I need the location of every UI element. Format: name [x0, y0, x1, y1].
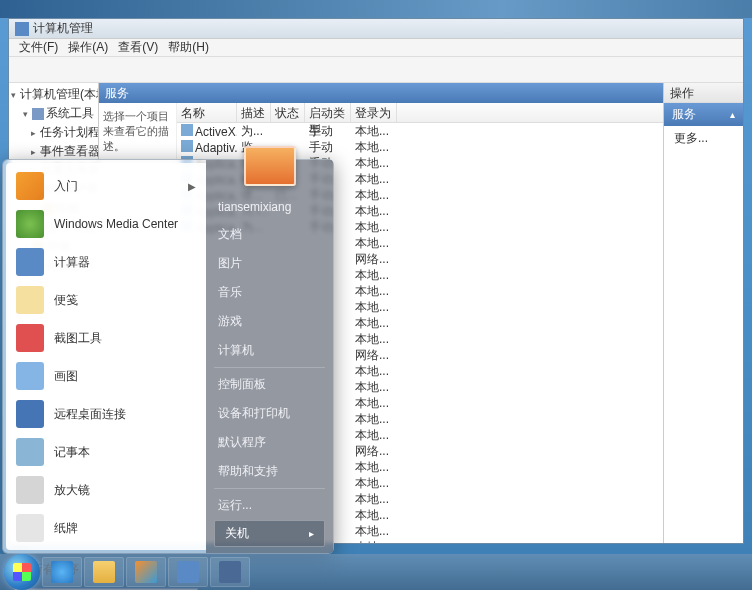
- start-notepad[interactable]: 记事本: [8, 433, 204, 471]
- expand-icon[interactable]: ▸: [31, 147, 36, 156]
- start-button[interactable]: [4, 554, 40, 590]
- start-left-pane: 入门▶ Windows Media Center 计算器 便笺 截图工具 画图 …: [6, 163, 206, 550]
- tools-icon: [32, 108, 44, 120]
- start-paint[interactable]: 画图: [8, 357, 204, 395]
- tree-root[interactable]: ▾计算机管理(本地: [9, 85, 98, 104]
- service-row[interactable]: ActiveX...为...手动本地...: [177, 123, 663, 139]
- menu-view[interactable]: 查看(V): [114, 38, 162, 57]
- taskbar-mmc[interactable]: [168, 557, 208, 587]
- start-label: 便笺: [54, 292, 78, 309]
- tree-label: 任务计划程: [40, 124, 99, 141]
- wmc-icon: [16, 210, 44, 238]
- start-snipping-tool[interactable]: 截图工具: [8, 319, 204, 357]
- col-desc[interactable]: 描述: [237, 103, 271, 122]
- tree-label: 计算机管理(本地: [20, 86, 99, 103]
- start-label: Windows Media Center: [54, 217, 178, 231]
- expand-icon[interactable]: ▾: [21, 109, 30, 118]
- taskbar-wmp[interactable]: [126, 557, 166, 587]
- link-run[interactable]: 运行...: [214, 491, 325, 520]
- link-music[interactable]: 音乐: [214, 278, 325, 307]
- link-pictures[interactable]: 图片: [214, 249, 325, 278]
- actions-sub-label: 服务: [672, 106, 696, 123]
- paint-icon: [16, 362, 44, 390]
- separator: [214, 488, 325, 489]
- username[interactable]: tiansemixiang: [214, 194, 325, 220]
- submenu-arrow-icon: ▶: [188, 181, 196, 192]
- tree-label: 事件查看器: [40, 143, 99, 160]
- menu-action[interactable]: 操作(A): [64, 38, 112, 57]
- start-label: 入门: [54, 178, 78, 195]
- center-header: 服务: [99, 83, 663, 103]
- folder-icon: [93, 561, 115, 583]
- gear-icon: [181, 140, 193, 152]
- user-picture[interactable]: [244, 146, 296, 186]
- wmp-icon: [135, 561, 157, 583]
- start-sticky-notes[interactable]: 便笺: [8, 281, 204, 319]
- start-menu: 入门▶ Windows Media Center 计算器 便笺 截图工具 画图 …: [2, 159, 334, 554]
- window-title: 计算机管理: [33, 20, 93, 37]
- desktop-background-top: [0, 0, 752, 18]
- actions-pane: 操作 服务 更多...: [663, 83, 743, 543]
- actions-header: 操作: [664, 83, 743, 103]
- rdp-icon: [16, 400, 44, 428]
- actions-more[interactable]: 更多...: [664, 126, 743, 151]
- link-default-programs[interactable]: 默认程序: [214, 428, 325, 457]
- tree-task-scheduler[interactable]: ▸任务计划程: [9, 123, 98, 142]
- start-label: 记事本: [54, 444, 90, 461]
- taskbar-explorer[interactable]: [84, 557, 124, 587]
- link-help-support[interactable]: 帮助和支持: [214, 457, 325, 486]
- link-devices-printers[interactable]: 设备和打印机: [214, 399, 325, 428]
- gear-icon: [181, 124, 193, 136]
- shutdown-button[interactable]: 关机: [214, 520, 325, 547]
- start-calculator[interactable]: 计算器: [8, 243, 204, 281]
- start-wmc[interactable]: Windows Media Center: [8, 205, 204, 243]
- actions-services[interactable]: 服务: [664, 103, 743, 126]
- tree-label: 系统工具: [46, 105, 94, 122]
- toolbar: [9, 57, 743, 83]
- ie-icon: [51, 561, 73, 583]
- menubar: 文件(F) 操作(A) 查看(V) 帮助(H): [9, 39, 743, 57]
- flag-icon: [16, 172, 44, 200]
- start-magnifier[interactable]: 放大镜: [8, 471, 204, 509]
- start-getting-started[interactable]: 入门▶: [8, 167, 204, 205]
- titlebar[interactable]: 计算机管理: [9, 19, 743, 39]
- start-label: 放大镜: [54, 482, 90, 499]
- taskbar-ie[interactable]: [42, 557, 82, 587]
- cards-icon: [16, 514, 44, 542]
- start-label: 纸牌: [54, 520, 78, 537]
- app-icon: [219, 561, 241, 583]
- notepad-icon: [16, 438, 44, 466]
- menu-help[interactable]: 帮助(H): [164, 38, 213, 57]
- link-games[interactable]: 游戏: [214, 307, 325, 336]
- list-header[interactable]: 名称 描述 状态 启动类型 登录为: [177, 103, 663, 123]
- expand-icon[interactable]: ▸: [31, 128, 36, 137]
- shutdown-label: 关机: [225, 525, 249, 542]
- col-name[interactable]: 名称: [177, 103, 237, 122]
- start-label: 计算器: [54, 254, 90, 271]
- scissors-icon: [16, 324, 44, 352]
- link-computer[interactable]: 计算机: [214, 336, 325, 365]
- calculator-icon: [16, 248, 44, 276]
- taskbar[interactable]: [0, 554, 752, 590]
- start-remote-desktop[interactable]: 远程桌面连接: [8, 395, 204, 433]
- taskbar-app[interactable]: [210, 557, 250, 587]
- col-startup[interactable]: 启动类型: [305, 103, 351, 122]
- col-logon[interactable]: 登录为: [351, 103, 397, 122]
- sticky-notes-icon: [16, 286, 44, 314]
- start-right-pane: tiansemixiang 文档 图片 音乐 游戏 计算机 控制面板 设备和打印…: [206, 160, 333, 553]
- start-label: 画图: [54, 368, 78, 385]
- col-status[interactable]: 状态: [271, 103, 305, 122]
- start-solitaire[interactable]: 纸牌: [8, 509, 204, 547]
- start-label: 远程桌面连接: [54, 406, 126, 423]
- link-documents[interactable]: 文档: [214, 220, 325, 249]
- app-icon: [15, 22, 29, 36]
- separator: [214, 367, 325, 368]
- start-label: 截图工具: [54, 330, 102, 347]
- tree-system-tools[interactable]: ▾系统工具: [9, 104, 98, 123]
- menu-file[interactable]: 文件(F): [15, 38, 62, 57]
- expand-icon[interactable]: ▾: [11, 90, 16, 99]
- mmc-icon: [177, 561, 199, 583]
- link-control-panel[interactable]: 控制面板: [214, 370, 325, 399]
- magnifier-icon: [16, 476, 44, 504]
